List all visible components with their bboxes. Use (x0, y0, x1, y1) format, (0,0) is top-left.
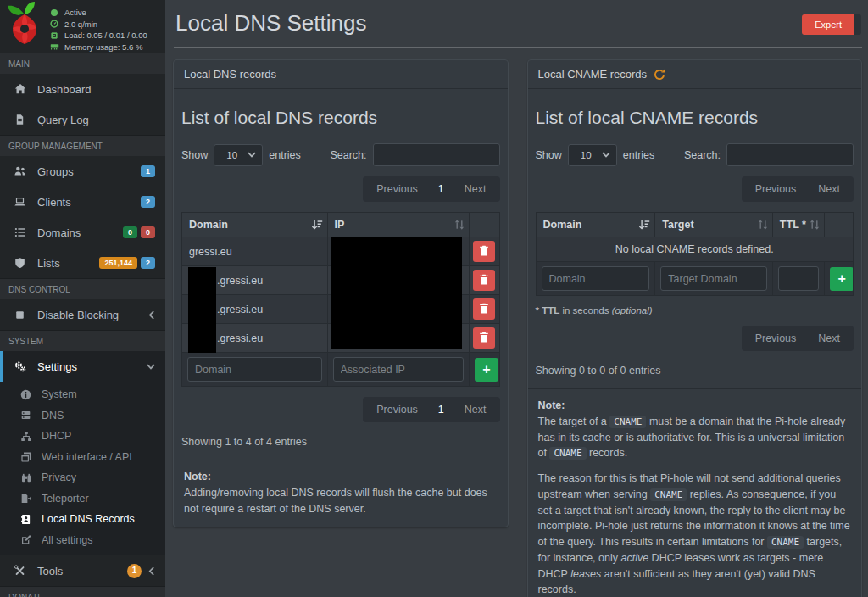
sidebar-item-tools[interactable]: Tools 1 (0, 555, 165, 586)
cname-records-table: Domain Target TTL * (536, 212, 854, 296)
pagination-previous[interactable]: Previous (744, 178, 808, 200)
pagination-previous[interactable]: Previous (365, 399, 429, 421)
dns-card-body: List of local DNS records Show 10 entrie… (174, 89, 508, 460)
sidebar-item-settings[interactable]: Settings (0, 351, 165, 382)
status-badge: 1 (141, 165, 155, 177)
search-input[interactable] (726, 143, 854, 166)
sidebar-item-privacy[interactable]: Privacy (0, 467, 165, 488)
sidebar-menu: MAIN Dashboard Query Log GROUP MANAGEMEN… (0, 53, 165, 597)
dns-card-header: Local DNS records (174, 60, 508, 89)
pagination-page[interactable]: 1 (429, 399, 453, 421)
users-icon (13, 165, 27, 177)
delete-record-button[interactable] (473, 298, 495, 320)
sidebar-item-groups[interactable]: Groups 1 (0, 156, 165, 187)
status-badge: 2 (141, 257, 155, 269)
status-row: 2.0 q/min (50, 19, 147, 31)
dns-pagination-bottom: Previous 1 Next (181, 397, 500, 422)
pagination-page[interactable]: 1 (429, 178, 453, 200)
content: Local DNS records List of local DNS reco… (165, 48, 868, 597)
dns-showing-info: Showing 1 to 4 of 4 entries (181, 436, 500, 448)
dns-col-ip[interactable]: IP (327, 213, 469, 237)
status-badge: 251,144 (99, 257, 137, 269)
sidebar-item-web-interface-api[interactable]: Web interface / API (0, 447, 165, 468)
cname-pagination-bottom: Previous Next (536, 326, 854, 351)
sidebar-item-dhcp[interactable]: DHCP (0, 426, 165, 447)
dns-card-footer: Note: Adding/removing local DNS records … (174, 460, 508, 527)
pagination-next[interactable]: Next (807, 178, 851, 200)
ttl-note: * TTL in seconds (optional) (536, 305, 854, 315)
sidebar: Active 2.0 q/min Load: 0.05 / 0.01 / 0.0… (0, 0, 165, 597)
new-cname-ttl-input[interactable] (778, 266, 819, 291)
add-record-button[interactable]: + (475, 358, 498, 382)
sidebar-item-dns[interactable]: DNS (0, 405, 165, 427)
add-record-button[interactable]: + (830, 267, 853, 291)
pagination-next[interactable]: Next (453, 178, 498, 200)
cname-table-wrap: Domain Target TTL * (536, 212, 854, 296)
delete-record-button[interactable] (473, 327, 495, 349)
file-icon (13, 114, 27, 126)
gears-icon (13, 360, 27, 373)
pagination-next[interactable]: Next (807, 327, 851, 349)
sidebar-item-domains[interactable]: Domains 00 (0, 217, 165, 248)
sitemap-icon (19, 431, 32, 442)
new-cname-target-input[interactable] (660, 266, 767, 291)
sidebar-item-clients[interactable]: Clients 2 (0, 187, 165, 217)
cname-col-ttl[interactable]: TTL * (772, 213, 824, 237)
sidebar-item-lists[interactable]: Lists 251,1442 (0, 248, 165, 278)
new-ip-input[interactable] (333, 357, 464, 382)
memory-icon (50, 42, 59, 51)
dns-pagination-top: Previous 1 Next (181, 176, 500, 202)
delete-record-button[interactable] (473, 270, 495, 291)
expert-button[interactable]: Expert (802, 14, 861, 35)
cname-card: Local CNAME records List of local CNAME … (527, 59, 863, 597)
status-badge: 0 (141, 226, 155, 238)
badges: 251,1442 (99, 257, 155, 269)
sort-desc-icon (638, 220, 650, 231)
content-header: Local DNS Settings Expert (174, 0, 862, 48)
dns-add-row: + (182, 353, 500, 387)
delete-record-button[interactable] (473, 241, 495, 262)
cname-card-header: Local CNAME records (528, 60, 862, 89)
note-text: The target of a CNAME must be a domain t… (538, 414, 852, 597)
refresh-icon[interactable] (654, 69, 665, 81)
dns-col-action (469, 213, 499, 237)
new-cname-domain-input[interactable] (542, 266, 650, 291)
edit-icon (19, 534, 32, 545)
dns-col-domain[interactable]: Domain (182, 213, 328, 237)
export-icon (19, 493, 32, 504)
cname-col-domain[interactable]: Domain (536, 213, 655, 237)
sidebar-item-query-log[interactable]: Query Log (0, 104, 165, 135)
cname-pagination-top: Previous Next (536, 176, 854, 202)
sidebar-item-local-dns-records[interactable]: Local DNS Records (0, 509, 165, 530)
chevron-left-icon (148, 310, 155, 320)
cname-length-menu: Show 10 entries (536, 144, 655, 166)
pihole-logo (5, 2, 44, 51)
page-length-select[interactable]: 10 (568, 144, 617, 166)
sidebar-item-dashboard[interactable]: Dashboard (0, 74, 165, 104)
page-length-select[interactable]: 10 (214, 144, 263, 166)
address-book-icon (19, 514, 32, 525)
redaction-box (331, 237, 462, 349)
pagination-previous[interactable]: Previous (365, 178, 429, 200)
status-badge: 2 (141, 196, 155, 208)
pagination-previous[interactable]: Previous (744, 327, 808, 349)
trash-icon (479, 303, 489, 316)
home-icon (13, 83, 27, 95)
sort-desc-icon (311, 220, 323, 231)
cname-table-heading: List of local CNAME records (536, 108, 854, 128)
stop-icon (13, 310, 27, 321)
settings-submenu: System DNS DHCP Web interface / API Priv… (0, 382, 165, 555)
search-input[interactable] (373, 143, 500, 166)
sidebar-item-all-settings[interactable]: All settings (0, 530, 165, 551)
sidebar-item-teleporter[interactable]: Teleporter (0, 488, 165, 510)
sidebar-item-disable-blocking[interactable]: Disable Blocking (0, 299, 165, 330)
dns-search: Search: (330, 143, 499, 166)
cname-col-target[interactable]: Target (655, 213, 773, 237)
pagination-next[interactable]: Next (453, 399, 498, 421)
new-domain-input[interactable] (187, 357, 322, 382)
sidebar-item-system[interactable]: System (0, 384, 165, 405)
note-title: Note: (184, 469, 498, 485)
status-row: Load: 0.05 / 0.01 / 0.00 (50, 30, 147, 42)
expert-button-cap (854, 14, 861, 35)
badges: 2 (141, 196, 155, 208)
